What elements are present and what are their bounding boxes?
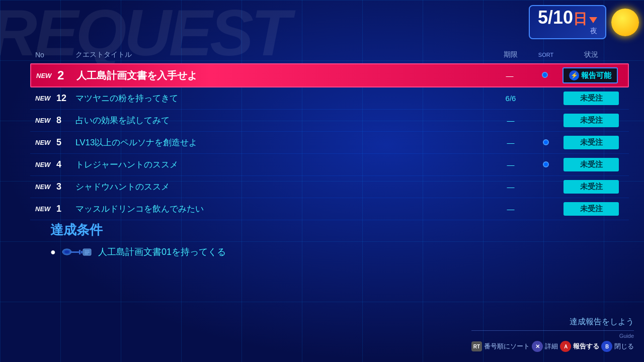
status-badge: 未受注	[564, 92, 619, 105]
quest-row[interactable]: NEW 8 占いの効果を試してみて — 未受注	[30, 110, 629, 132]
hud-top-right: 5/10日 夜	[529, 5, 639, 39]
quest-limit: —	[488, 183, 533, 191]
quest-number: 8	[56, 115, 74, 126]
moon-icon	[611, 9, 639, 36]
quest-dot	[542, 72, 548, 78]
rt-label: 番号順にソート	[484, 342, 530, 351]
quest-row[interactable]: NEW 2 人工島計画文書を入手せよ — ⚡報告可能	[30, 63, 629, 87]
quest-limit: 6/6	[488, 94, 533, 103]
quest-dot	[543, 139, 549, 145]
quest-title-text: 占いの効果を試してみて	[75, 116, 170, 125]
svg-rect-3	[79, 250, 80, 254]
status-badge: 未受注	[564, 136, 619, 149]
quest-status-col: 未受注	[558, 158, 624, 171]
triangle-icon	[589, 17, 597, 23]
bottom-guide: 達成報告をしよう Guide RT 番号順にソート ✕ 詳細 Ａ 報告する Ｂ …	[471, 317, 634, 352]
quest-title-text: シャドウハントのススメ	[75, 182, 170, 192]
quest-status-col: 未受注	[558, 92, 624, 105]
x-button[interactable]: ✕	[532, 341, 543, 352]
quest-limit: —	[488, 138, 533, 147]
quest-title-text: トレジャーハントのススメ	[75, 160, 178, 169]
quest-dot-col	[533, 138, 558, 147]
quest-title: シャドウハントのススメ	[75, 181, 488, 193]
guide-divider	[471, 330, 634, 331]
new-badge: NEW	[35, 95, 54, 102]
quest-number: 4	[56, 159, 74, 170]
achievement-text: 人工島計画文書01を持ってくる	[98, 246, 226, 258]
quest-limit: —	[487, 71, 532, 80]
quest-list: NEW 2 人工島計画文書を入手せよ — ⚡報告可能 NEW 12 マツヤニの粉…	[30, 63, 629, 220]
achievement-title: 達成条件	[50, 221, 226, 239]
quest-limit: —	[488, 116, 533, 125]
new-badge: NEW	[36, 72, 55, 79]
quest-dot	[543, 161, 549, 167]
quest-dot-col	[533, 160, 558, 169]
guide-achievement-text: 達成報告をしよう	[471, 317, 634, 327]
new-badge: NEW	[35, 117, 54, 124]
quest-title: 占いの効果を試してみて	[75, 115, 488, 126]
status-badge: 未受注	[564, 180, 619, 194]
guide-label: Guide	[471, 333, 634, 339]
col-header-title: クエストタイトル	[75, 50, 488, 59]
quest-title-text: マツヤニの粉を持ってきて	[75, 94, 178, 103]
key-scroll-icon	[62, 246, 92, 257]
date-box: 5/10日 夜	[529, 5, 606, 39]
col-header-status: 状況	[558, 50, 624, 59]
col-header-limit: 期限	[488, 50, 533, 59]
status-badge: 未受注	[564, 202, 619, 216]
quest-limit: —	[488, 205, 533, 213]
quest-title-text: マッスルドリンコを飲んでみたい	[75, 204, 204, 214]
status-badge: ⚡報告可能	[562, 67, 618, 83]
col-header-sort: SORT	[533, 52, 558, 58]
quest-row[interactable]: NEW 5 LV13以上のペルソナを創造せよ — 未受注	[30, 132, 629, 154]
status-badge: 未受注	[564, 158, 619, 171]
status-badge: 未受注	[564, 114, 619, 127]
quest-row[interactable]: NEW 3 シャドウハントのススメ — 未受注	[30, 176, 629, 198]
date-number: 5/10	[538, 7, 573, 28]
quest-number: 3	[56, 182, 74, 192]
quest-number: 12	[56, 93, 74, 104]
b-button[interactable]: Ｂ	[601, 341, 612, 352]
new-badge: NEW	[35, 161, 54, 168]
quest-title: マツヤニの粉を持ってきて	[75, 93, 488, 104]
date-display: 5/10日	[538, 9, 597, 27]
quest-title-text: 人工島計画文書を入手せよ	[76, 70, 197, 81]
quest-limit: —	[488, 160, 533, 169]
quest-status-col: 未受注	[558, 180, 624, 194]
achievement-section: 達成条件 ● 人工島計画文書01を持ってくる	[50, 221, 226, 258]
quest-title-text: LV13以上のペルソナを創造せよ	[75, 138, 197, 147]
quest-title: 人工島計画文書を入手せよ	[76, 69, 487, 82]
a-button[interactable]: Ａ	[560, 341, 571, 352]
new-badge: NEW	[35, 205, 54, 213]
svg-point-1	[64, 250, 69, 253]
quest-dot-col	[532, 71, 557, 80]
item-icon	[62, 246, 92, 257]
new-badge: NEW	[35, 139, 54, 146]
quest-row[interactable]: NEW 4 トレジャーハントのススメ — 未受注	[30, 154, 629, 176]
b-label: 閉じる	[614, 342, 634, 351]
reportable-icon: ⚡	[569, 70, 579, 80]
main-content: No クエストタイトル 期限 SORT 状況 NEW 2 人工島計画文書を入手せ…	[30, 50, 629, 220]
col-header-no: No	[35, 51, 75, 59]
quest-status-col: 未受注	[558, 136, 624, 149]
quest-status-col: ⚡報告可能	[557, 67, 623, 83]
quest-number: 5	[56, 137, 74, 148]
bullet-icon: ●	[50, 247, 56, 257]
achievement-item: ● 人工島計画文書01を持ってくる	[50, 246, 226, 258]
x-label: 詳細	[545, 342, 558, 351]
time-of-day: 夜	[590, 27, 597, 36]
quest-number: 2	[57, 68, 75, 82]
guide-controls: RT 番号順にソート ✕ 詳細 Ａ 報告する Ｂ 閉じる	[471, 341, 634, 352]
quest-title: トレジャーハントのススメ	[75, 159, 488, 170]
quest-number: 1	[56, 204, 74, 214]
svg-rect-2	[70, 251, 80, 253]
quest-status-col: 未受注	[558, 114, 624, 127]
quest-title: LV13以上のペルソナを創造せよ	[75, 137, 488, 148]
quest-row[interactable]: NEW 12 マツヤニの粉を持ってきて 6/6 未受注	[30, 87, 629, 110]
date-day: 日	[573, 11, 597, 27]
quest-row[interactable]: NEW 1 マッスルドリンコを飲んでみたい — 未受注	[30, 198, 629, 220]
quest-status-col: 未受注	[558, 202, 624, 216]
column-headers: No クエストタイトル 期限 SORT 状況	[30, 50, 629, 59]
rt-button[interactable]: RT	[471, 341, 482, 351]
new-badge: NEW	[35, 183, 54, 191]
